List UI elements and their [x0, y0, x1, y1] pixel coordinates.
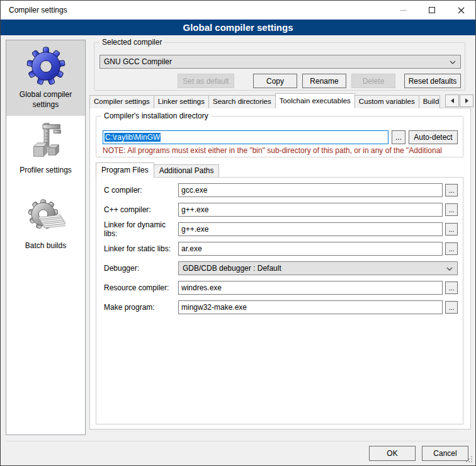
bin-subdirectory-note: NOTE: All programs must exist either in … [103, 146, 462, 155]
tab-toolchain-executables[interactable]: Toolchain executables [275, 93, 355, 108]
field-label: Debugger: [104, 264, 178, 273]
linker-static-input[interactable] [178, 242, 443, 256]
tab-additional-paths[interactable]: Additional Paths [154, 164, 220, 178]
close-button[interactable] [446, 1, 475, 20]
make-program-input[interactable] [178, 300, 443, 314]
sidebar-item-batch-builds[interactable]: Batch builds [6, 191, 85, 267]
delete-button[interactable]: Delete [351, 74, 395, 88]
chevron-down-icon [446, 267, 453, 271]
ok-button[interactable]: OK [369, 446, 416, 461]
minimize-button[interactable] [388, 1, 417, 20]
field-row-debugger: Debugger: GDB/CDB debugger : Default [104, 261, 458, 275]
field-row-make-program: Make program: ... [104, 300, 458, 314]
program-files-tabbar: Program Files Additional Paths [96, 162, 219, 178]
footer-separator [6, 441, 470, 441]
linker-dynamic-input[interactable] [178, 222, 443, 236]
field-label: Resource compiler: [104, 283, 178, 292]
field-label: Linker for static libs: [104, 244, 178, 253]
field-row-cpp-compiler: C++ compiler: ... [104, 203, 458, 217]
set-as-default-button[interactable]: Set as default [178, 74, 234, 88]
field-label: C compiler: [104, 186, 178, 195]
tab-build-options[interactable]: Build options [419, 95, 440, 108]
tab-search-directories[interactable]: Search directories [208, 95, 276, 108]
browse-c-compiler-button[interactable]: ... [445, 184, 458, 196]
browse-linker-dynamic-button[interactable]: ... [445, 223, 458, 236]
installation-directory-value: C:\raylib\MinGW [105, 133, 161, 142]
tab-scroll-buttons [445, 94, 473, 107]
auto-detect-button[interactable]: Auto-detect [409, 130, 458, 144]
c-compiler-input[interactable] [178, 183, 443, 197]
tab-custom-variables[interactable]: Custom variables [354, 95, 419, 108]
cancel-button[interactable]: Cancel [422, 446, 468, 461]
sidebar-item-global-compiler-settings[interactable]: Global compiler settings [6, 40, 85, 116]
chevron-down-icon [450, 60, 456, 64]
field-label: Linker for dynamic libs: [104, 220, 178, 238]
tab-program-files[interactable]: Program Files [96, 162, 154, 178]
field-row-resource-compiler: Resource compiler: ... [104, 281, 458, 295]
close-icon [458, 7, 465, 14]
group-legend: Compiler's installation directory [101, 111, 211, 120]
browse-make-program-button[interactable]: ... [445, 301, 458, 314]
tab-linker-settings[interactable]: Linker settings [154, 95, 209, 108]
tab-compiler-settings[interactable]: Compiler settings [89, 95, 154, 108]
compiler-settings-dialog: Compiler settings Global compiler settin… [0, 0, 476, 466]
browse-directory-button[interactable]: ... [392, 130, 405, 144]
installation-directory-group: Compiler's installation directory C:\ray… [96, 116, 463, 157]
program-files-page: C compiler: ... C++ compiler: ... Linker… [96, 177, 463, 424]
maximize-icon [429, 7, 435, 13]
toolchain-executables-page: Compiler's installation directory C:\ray… [89, 108, 471, 429]
titlebar: Compiler settings [1, 1, 475, 20]
field-label: Make program: [104, 303, 178, 312]
settings-tabbar: Compiler settings Linker settings Search… [89, 93, 446, 108]
sidebar-item-label: Profiler settings [16, 166, 76, 176]
browse-cpp-compiler-button[interactable]: ... [445, 203, 458, 216]
settings-category-list: Global compiler settings [6, 40, 86, 435]
arrow-left-icon [451, 98, 454, 103]
gear-stack-icon [26, 198, 65, 237]
window-title: Compiler settings [9, 6, 67, 14]
resource-compiler-input[interactable] [178, 281, 443, 295]
arrow-right-icon [465, 98, 468, 103]
reset-defaults-button[interactable]: Reset defaults [404, 74, 461, 88]
debugger-select-value: GDB/CDB debugger : Default [183, 264, 281, 273]
field-row-linker-static: Linker for static libs: ... [104, 242, 458, 256]
field-row-c-compiler: C compiler: ... [104, 183, 458, 197]
rename-button[interactable]: Rename [302, 74, 346, 88]
tab-scroll-left-button[interactable] [445, 94, 459, 107]
selected-compiler-group: Selected compiler GNU GCC Compiler Set a… [94, 42, 465, 91]
browse-linker-static-button[interactable]: ... [445, 242, 458, 255]
resize-grip[interactable] [466, 456, 473, 463]
gear-blue-icon [26, 47, 65, 86]
minimize-icon [400, 10, 407, 11]
group-legend: Selected compiler [99, 38, 164, 47]
maximize-button[interactable] [417, 1, 446, 20]
tab-scroll-right-button[interactable] [460, 94, 473, 107]
copy-button[interactable]: Copy [253, 74, 297, 88]
field-row-linker-dynamic: Linker for dynamic libs: ... [104, 222, 458, 236]
sidebar-item-label: Batch builds [21, 241, 70, 251]
debugger-select[interactable]: GDB/CDB debugger : Default [178, 261, 458, 275]
dialog-header-title: Global compiler settings [1, 20, 475, 35]
cpp-compiler-input[interactable] [178, 203, 443, 217]
field-label: C++ compiler: [104, 205, 178, 214]
installation-directory-input[interactable]: C:\raylib\MinGW [103, 130, 388, 144]
compiler-select-value: GNU GCC Compiler [104, 57, 172, 66]
compiler-select[interactable]: GNU GCC Compiler [99, 55, 461, 69]
caliper-icon [26, 122, 65, 161]
browse-resource-compiler-button[interactable]: ... [445, 281, 458, 294]
sidebar-item-label: Global compiler settings [6, 90, 85, 110]
sidebar-item-profiler-settings[interactable]: Profiler settings [6, 116, 85, 191]
